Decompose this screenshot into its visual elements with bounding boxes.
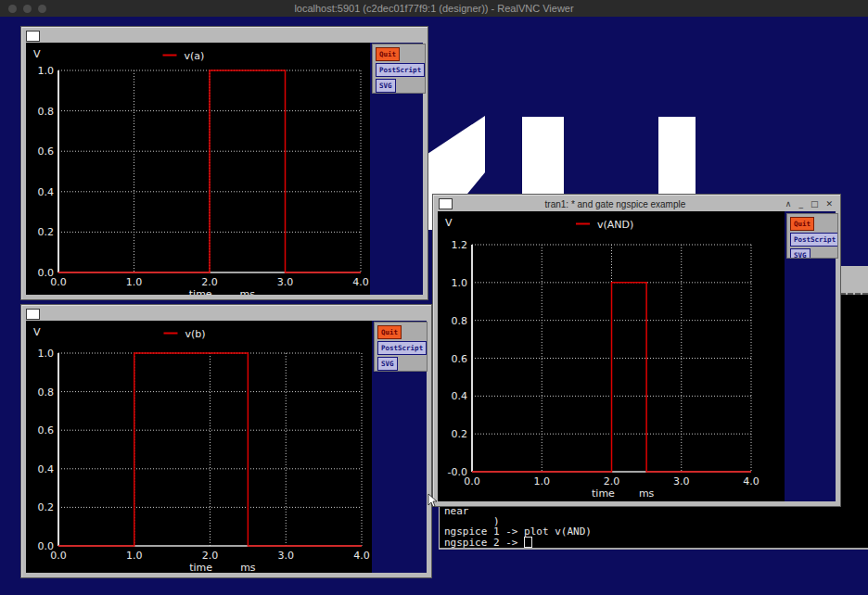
y-tick-label: 1.2 <box>452 239 468 251</box>
vb-button-panel: Quit PostScript SVG <box>374 322 428 372</box>
y-tick-label: 0.6 <box>38 146 55 158</box>
x-tick-label: 1.0 <box>534 475 551 487</box>
va-plot-canvas: 0.01.02.03.04.00.00.20.40.60.81.0timemsV… <box>26 43 370 295</box>
y-tick-label: 0.4 <box>452 390 468 402</box>
vand-plot-canvas: 0.01.02.03.04.0-0.00.20.40.60.81.01.2tim… <box>438 211 785 501</box>
y-axis-unit: V <box>33 48 41 60</box>
x-axis-label: time <box>189 288 212 295</box>
signal-trace <box>472 283 751 472</box>
plot-window-vand: tran1: * and gate ngspice example ∧ _ □ … <box>432 194 841 507</box>
svg-button[interactable]: SVG <box>790 248 811 259</box>
terminal-line: ngspice 2 -> <box>444 537 868 548</box>
x-tick-label: 3.0 <box>673 475 690 487</box>
window-iconify-button[interactable] <box>439 198 453 209</box>
y-tick-label: 0.8 <box>452 315 468 327</box>
postscript-button[interactable]: PostScript <box>377 341 427 355</box>
mouse-cursor-icon <box>428 494 439 509</box>
vand-button-panel: Quit PostScript SVG <box>786 213 838 259</box>
vnc-viewer-screen: localhost:5901 (c2dec01f77f9:1 (designer… <box>0 0 868 595</box>
minimize-traffic-light[interactable] <box>23 5 32 13</box>
maximize-icon[interactable]: □ <box>811 199 819 209</box>
legend-label: v(a) <box>185 50 205 62</box>
tran1-window-controls: ∧ _ □ ✕ <box>778 199 833 209</box>
vb-plot-canvas: 0.01.02.03.04.00.00.20.40.60.81.0timemsV… <box>26 321 372 573</box>
svg-button[interactable]: SVG <box>377 357 398 371</box>
y-tick-label: 0.6 <box>452 353 468 365</box>
x-tick-label: 1.0 <box>126 550 143 562</box>
x-axis-unit: ms <box>240 288 256 295</box>
xterm-right-sliver <box>840 295 868 505</box>
x-tick-label: 1.0 <box>126 276 143 288</box>
x-tick-label: 4.0 <box>353 550 370 562</box>
x-tick-label: 2.0 <box>604 475 620 487</box>
signal-trace <box>58 353 362 546</box>
y-tick-label: 0.6 <box>38 424 55 437</box>
y-axis-unit: V <box>33 326 41 338</box>
legend-label: v(AND) <box>597 219 633 231</box>
vand-side-strip: Quit PostScript SVG <box>785 211 836 501</box>
plot-window-va: 0.01.02.03.04.00.00.20.40.60.81.0timemsV… <box>20 26 428 300</box>
quit-button[interactable]: Quit <box>790 217 814 231</box>
window-iconify-button[interactable] <box>26 31 40 42</box>
y-tick-label: 0.2 <box>38 501 55 513</box>
xterm-scrollbar-fragment[interactable] <box>840 266 868 295</box>
ngspice-terminal[interactable]: near )ngspice 1 -> plot v(AND)ngspice 2 … <box>439 505 868 550</box>
tran1-window-title: tran1: * and gate ngspice example <box>453 199 778 209</box>
x-axis-label: time <box>189 562 212 573</box>
close-icon[interactable]: ✕ <box>825 199 833 209</box>
shade-icon[interactable]: ∧ <box>785 199 792 209</box>
y-tick-label: 0.4 <box>38 463 55 475</box>
x-axis-unit: ms <box>639 487 655 500</box>
y-tick-label: 0.8 <box>38 106 55 118</box>
x-tick-label: 4.0 <box>352 276 369 288</box>
postscript-button[interactable]: PostScript <box>376 63 425 77</box>
y-tick-label: 1.0 <box>38 348 55 360</box>
svg-button[interactable]: SVG <box>376 79 396 93</box>
y-tick-label: 0.0 <box>38 540 55 552</box>
x-tick-label: 3.0 <box>278 550 295 562</box>
traffic-lights <box>8 0 53 17</box>
x-tick-label: 2.0 <box>202 550 219 562</box>
y-tick-label: 0.8 <box>38 386 55 399</box>
y-tick-label: 0.2 <box>452 428 468 440</box>
minimize-icon[interactable]: _ <box>798 199 803 209</box>
macos-titlebar: localhost:5901 (c2dec01f77f9:1 (designer… <box>0 0 868 17</box>
y-tick-label: 0.0 <box>38 267 55 279</box>
y-tick-label: -0.0 <box>448 466 467 478</box>
x-tick-label: 3.0 <box>277 276 294 288</box>
postscript-button[interactable]: PostScript <box>790 233 838 247</box>
zoom-traffic-light[interactable] <box>38 5 46 13</box>
x-tick-label: 4.0 <box>743 475 760 487</box>
va-side-strip: Quit PostScript SVG <box>370 43 423 295</box>
signal-trace <box>58 70 361 272</box>
y-tick-label: 1.0 <box>452 277 468 289</box>
vb-side-strip: Quit PostScript SVG <box>372 321 427 573</box>
y-tick-label: 1.0 <box>38 65 55 77</box>
quit-button[interactable]: Quit <box>376 47 400 61</box>
close-traffic-light[interactable] <box>8 5 17 13</box>
background-rect-shape-2 <box>658 117 696 194</box>
va-button-panel: Quit PostScript SVG <box>372 44 426 94</box>
background-rect-shape-1 <box>522 117 564 194</box>
window-iconify-button[interactable] <box>26 309 40 320</box>
x-tick-label: 2.0 <box>201 276 218 288</box>
terminal-cursor <box>524 537 532 548</box>
legend-label: v(b) <box>185 328 206 340</box>
x-axis-unit: ms <box>240 562 256 573</box>
x-axis-label: time <box>592 487 615 500</box>
quit-button[interactable]: Quit <box>377 325 402 339</box>
y-tick-label: 0.2 <box>38 226 55 238</box>
tran1-titlebar[interactable]: tran1: * and gate ngspice example ∧ _ □ … <box>435 196 838 211</box>
y-axis-unit: V <box>445 217 453 229</box>
terminal-line: ngspice 1 -> plot v(AND) <box>444 526 868 537</box>
vnc-window-title: localhost:5901 (c2dec01f77f9:1 (designer… <box>0 3 868 14</box>
y-tick-label: 0.4 <box>38 186 55 198</box>
terminal-line: near <box>444 506 868 516</box>
plot-window-vb: 0.01.02.03.04.00.00.20.40.60.81.0timemsV… <box>20 304 432 578</box>
